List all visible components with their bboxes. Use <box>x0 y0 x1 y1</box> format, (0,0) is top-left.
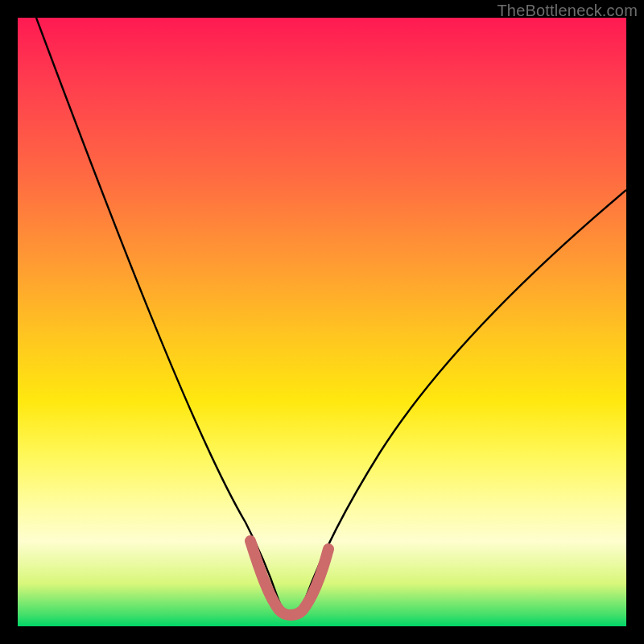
bottleneck-curve <box>36 18 626 615</box>
chart-stage: TheBottleneck.com <box>0 0 644 644</box>
plot-area <box>18 18 626 626</box>
highlight-band <box>250 541 328 615</box>
curve-svg <box>18 18 626 626</box>
